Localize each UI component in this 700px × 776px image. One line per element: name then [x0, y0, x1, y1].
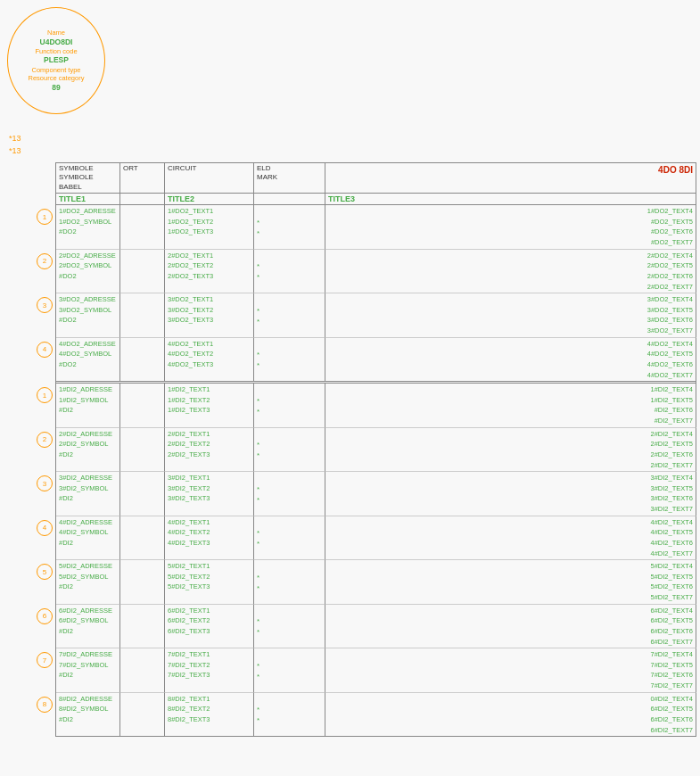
row-number: 3 — [37, 475, 53, 491]
col-circuit-data: 1#DI2_TEXT11#DI2_TEXT21#DI2_TEXT3 — [165, 384, 254, 428]
col-symbole-data: 2#DI2_ADRESSE2#DI2_SYMBOL#DI2 — [56, 428, 120, 473]
col-circuit-data: 3#DI2_TEXT13#DI2_TEXT23#DI2_TEXT3 — [165, 472, 254, 516]
col-right-data: 3#DO2_TEXT43#DO2_TEXT53#DO2_TEXT63#DO2_T… — [325, 293, 696, 338]
col-symbole-data: 7#DI2_ADRESSE7#DI2_SYMBOL#DI2 — [56, 648, 120, 693]
row-number: 7 — [37, 652, 53, 668]
col-eld-data: ** — [254, 338, 325, 383]
data-section: 77#DI2_ADRESSE7#DI2_SYMBOL#DI27#DI2_TEXT… — [55, 648, 696, 693]
row-number: 4 — [37, 520, 53, 536]
row-number: 2 — [37, 253, 53, 269]
row-number: 1 — [37, 387, 53, 403]
name-value: U4DO8DI — [40, 37, 73, 47]
col-right-data: 2#DI2_TEXT42#DI2_TEXT52#DI2_TEXT62#DI2_T… — [325, 428, 696, 473]
hdr-eld: ELD MARK — [254, 163, 325, 194]
col-circuit-data: 2#DI2_TEXT12#DI2_TEXT22#DI2_TEXT3 — [165, 428, 254, 473]
col-ort-data — [120, 428, 165, 473]
col-right-data: 0#DI2_TEXT46#DI2_TEXT56#DI2_TEXT66#DI2_T… — [325, 693, 696, 738]
col-circuit-data: 1#DO2_TEXT11#DO2_TEXT21#DO2_TEXT3 — [165, 205, 254, 250]
title2b — [254, 194, 325, 205]
hdr-circuit: CIRCUIT — [165, 163, 254, 194]
col-ort-data — [120, 605, 165, 649]
data-section: 44#DI2_ADRESSE4#DI2_SYMBOL#DI24#DI2_TEXT… — [55, 516, 696, 561]
col-circuit-data: 5#DI2_TEXT15#DI2_TEXT25#DI2_TEXT3 — [165, 560, 254, 605]
col-eld-data: ** — [254, 648, 325, 693]
data-section: 22#DO2_ADRESSE2#DO2_SYMBOL#DO22#DO2_TEXT… — [55, 250, 696, 294]
col-eld-data: ** — [254, 250, 325, 294]
col-eld-data: ** — [254, 516, 325, 561]
row-number: 2 — [37, 432, 53, 448]
col-right-data: 3#DI2_TEXT43#DI2_TEXT53#DI2_TEXT63#DI2_T… — [325, 472, 696, 516]
col-eld-data: ** — [254, 472, 325, 516]
col-right-data: 1#DO2_TEXT4#DO2_TEXT5#DO2_TEXT6#DO2_TEXT… — [325, 205, 696, 250]
comp-label: Component type — [31, 66, 80, 75]
row-number: 8 — [37, 697, 53, 713]
col-symbole-data: 4#DO2_ADRESSE4#DO2_SYMBOL#DO2 — [56, 338, 120, 383]
col-circuit-data: 4#DO2_TEXT14#DO2_TEXT24#DO2_TEXT3 — [165, 338, 254, 383]
col-circuit-data: 7#DI2_TEXT17#DI2_TEXT27#DI2_TEXT3 — [165, 648, 254, 693]
row-number: 1 — [37, 209, 53, 225]
col-eld-data: ** — [254, 560, 325, 605]
annotation-line1: *13 — [9, 132, 21, 144]
col-right-data: 5#DI2_TEXT45#DI2_TEXT55#DI2_TEXT65#DI2_T… — [325, 560, 696, 605]
row-number: 4 — [37, 342, 53, 358]
col-right-data: 7#DI2_TEXT47#DI2_TEXT57#DI2_TEXT67#DI2_T… — [325, 648, 696, 693]
name-label: Name — [47, 29, 65, 37]
col-ort-data — [120, 560, 165, 605]
col-symbole-data: 8#DI2_ADRESSE8#DI2_SYMBOL#DI2 — [56, 693, 120, 738]
col-symbole-data: 5#DI2_ADRESSE5#DI2_SYMBOL#DI2 — [56, 560, 120, 605]
col-symbole-data: 3#DO2_ADRESSE3#DO2_SYMBOL#DO2 — [56, 293, 120, 338]
data-section: 33#DO2_ADRESSE3#DO2_SYMBOL#DO23#DO2_TEXT… — [55, 293, 696, 338]
col-circuit-data: 2#DO2_TEXT12#DO2_TEXT22#DO2_TEXT3 — [165, 250, 254, 294]
data-section: 11#DO2_ADRESSE1#DO2_SYMBOL#DO21#DO2_TEXT… — [55, 205, 696, 250]
col-circuit-data: 3#DO2_TEXT13#DO2_TEXT23#DO2_TEXT3 — [165, 293, 254, 338]
col-ort-data — [120, 516, 165, 561]
col-right-data: 4#DO2_TEXT44#DO2_TEXT54#DO2_TEXT64#DO2_T… — [325, 338, 696, 383]
res-value: 89 — [52, 83, 60, 93]
col-eld-data: ** — [254, 293, 325, 338]
res-label: Resource category — [29, 74, 85, 83]
title2: TITLE2 — [165, 194, 254, 205]
col-circuit-data: 8#DI2_TEXT18#DI2_TEXT28#DI2_TEXT3 — [165, 693, 254, 738]
col-right-data: 1#DI2_TEXT41#DI2_TEXT5#DI2_TEXT6#DI2_TEX… — [325, 384, 696, 428]
col-eld-data: ** — [254, 605, 325, 649]
col-ort-data — [120, 205, 165, 250]
col-ort-data — [120, 250, 165, 294]
title1b — [120, 194, 165, 205]
header-row-1: SYMBOLE SYMBOLE BABEL ORT CIRCUIT ELD MA… — [55, 162, 696, 194]
title-row: TITLE1 TITLE2 TITLE3 — [55, 194, 696, 205]
col-eld-data: ** — [254, 693, 325, 738]
col-right-data: 2#DO2_TEXT42#DO2_TEXT52#DO2_TEXT62#DO2_T… — [325, 250, 696, 294]
col-eld-data: ** — [254, 384, 325, 428]
hdr-symbole: SYMBOLE SYMBOLE BABEL — [56, 163, 120, 194]
col-symbole-data: 6#DI2_ADRESSE6#DI2_SYMBOL#DI2 — [56, 605, 120, 649]
func-label: Function code — [35, 47, 77, 56]
data-section: 55#DI2_ADRESSE5#DI2_SYMBOL#DI25#DI2_TEXT… — [55, 560, 696, 605]
col-symbole-data: 2#DO2_ADRESSE2#DO2_SYMBOL#DO2 — [56, 250, 120, 294]
row-number: 3 — [37, 297, 53, 313]
left-annotation: *13 *13 — [9, 132, 21, 158]
di-sections: 11#DI2_ADRESSE1#DI2_SYMBOL#DI21#DI2_TEXT… — [55, 384, 696, 737]
col-eld-data: ** — [254, 428, 325, 473]
col-symbole-data: 1#DO2_ADRESSE1#DO2_SYMBOL#DO2 — [56, 205, 120, 250]
col-ort-data — [120, 293, 165, 338]
title3: TITLE3 — [325, 194, 696, 205]
main-table: SYMBOLE SYMBOLE BABEL ORT CIRCUIT ELD MA… — [55, 162, 696, 772]
col-ort-data — [120, 472, 165, 516]
do-sections: 11#DO2_ADRESSE1#DO2_SYMBOL#DO21#DO2_TEXT… — [55, 205, 696, 382]
col-symbole-data: 3#DI2_ADRESSE3#DI2_SYMBOL#DI2 — [56, 472, 120, 516]
col-right-data: 4#DI2_TEXT44#DI2_TEXT54#DI2_TEXT64#DI2_T… — [325, 516, 696, 561]
data-section: 88#DI2_ADRESSE8#DI2_SYMBOL#DI28#DI2_TEXT… — [55, 693, 696, 738]
data-section: 11#DI2_ADRESSE1#DI2_SYMBOL#DI21#DI2_TEXT… — [55, 384, 696, 428]
data-section: 22#DI2_ADRESSE2#DI2_SYMBOL#DI22#DI2_TEXT… — [55, 428, 696, 473]
row-number: 6 — [37, 608, 53, 624]
info-circle: Name U4DO8DI Function code PLESP Compone… — [7, 7, 105, 114]
col-ort-data — [120, 338, 165, 383]
col-eld-data: ** — [254, 205, 325, 250]
col-ort-data — [120, 693, 165, 738]
data-section: 66#DI2_ADRESSE6#DI2_SYMBOL#DI26#DI2_TEXT… — [55, 605, 696, 649]
hdr-title: 4DO 8DI — [325, 163, 696, 194]
col-circuit-data: 6#DI2_TEXT16#DI2_TEXT26#DI2_TEXT3 — [165, 605, 254, 649]
col-ort-data — [120, 648, 165, 693]
annotation-line2: *13 — [9, 144, 21, 157]
col-right-data: 6#DI2_TEXT46#DI2_TEXT56#DI2_TEXT66#DI2_T… — [325, 605, 696, 649]
